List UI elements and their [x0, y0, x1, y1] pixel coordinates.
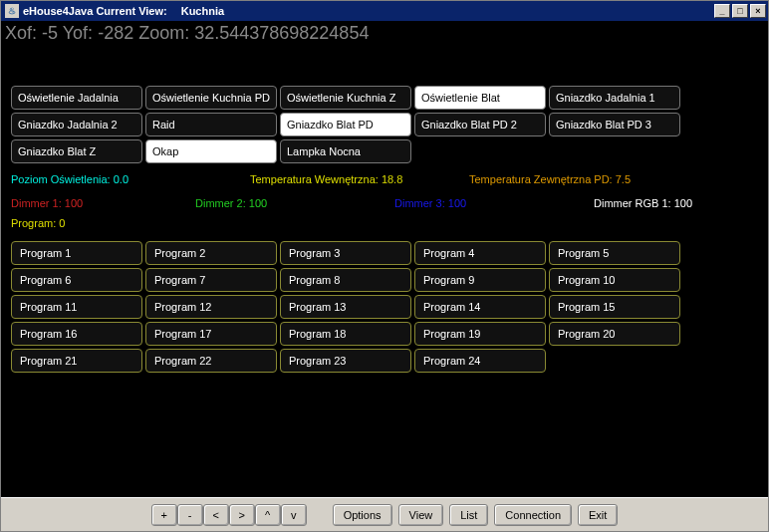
program-button[interactable]: Program 14: [414, 295, 546, 319]
exit-button[interactable]: Exit: [578, 504, 618, 526]
dimmer-2: Dimmer 2: 100: [195, 197, 394, 209]
device-button[interactable]: Okap: [145, 139, 277, 163]
program-button[interactable]: Program 12: [145, 295, 277, 319]
program-button[interactable]: Program 16: [11, 322, 142, 346]
list-button[interactable]: List: [449, 504, 488, 526]
program-button[interactable]: Program 18: [280, 322, 411, 346]
title-view-name: Kuchnia: [181, 5, 224, 17]
program-button[interactable]: Program 11: [11, 295, 142, 319]
program-button[interactable]: Program 2: [145, 241, 277, 265]
device-button[interactable]: Oświetlenie Blat: [414, 86, 546, 110]
program-button[interactable]: Program 8: [280, 268, 411, 292]
device-button[interactable]: Gniazdko Jadalnia 1: [549, 86, 680, 110]
program-button[interactable]: Program 17: [145, 322, 277, 346]
nav-button[interactable]: <: [203, 504, 229, 526]
device-button[interactable]: Oświetlenie Kuchnia Z: [280, 86, 411, 110]
maximize-button[interactable]: □: [732, 4, 748, 18]
light-level: Poziom Oświetlenia: 0.0: [11, 173, 250, 185]
device-button[interactable]: Lampka Nocna: [280, 139, 411, 163]
device-button[interactable]: Gniazdko Blat PD 3: [549, 113, 680, 136]
device-button[interactable]: Raid: [145, 113, 277, 136]
program-button[interactable]: Program 3: [280, 241, 411, 265]
connection-button[interactable]: Connection: [494, 504, 572, 526]
device-grid: Oświetlenie JadalniaOświetlenie Kuchnia …: [1, 56, 768, 169]
dimmer-1: Dimmer 1: 100: [11, 197, 195, 209]
program-button[interactable]: Program 21: [11, 349, 142, 373]
coordinates-readout: Xof: -5 Yof: -282 Zoom: 32.5443786982248…: [1, 21, 768, 56]
view-button[interactable]: View: [398, 504, 444, 526]
device-button[interactable]: Gniazdko Jadalnia 2: [11, 113, 142, 136]
options-button[interactable]: Options: [333, 504, 392, 526]
program-button[interactable]: Program 7: [145, 268, 277, 292]
nav-button[interactable]: +: [151, 504, 177, 526]
program-current: Program: 0: [1, 213, 768, 235]
program-button[interactable]: Program 4: [414, 241, 546, 265]
dimmer-3: Dimmer 3: 100: [394, 197, 594, 209]
device-button[interactable]: Oświetlenie Kuchnia PD: [145, 86, 277, 110]
close-button[interactable]: ×: [750, 4, 766, 18]
minimize-button[interactable]: _: [714, 4, 730, 18]
bottom-toolbar: +-<>^v OptionsViewListConnectionExit: [1, 497, 768, 531]
temp-internal: Temperatura Wewnętrzna: 18.8: [250, 173, 469, 185]
status-row-dimmers: Dimmer 1: 100 Dimmer 2: 100 Dimmer 3: 10…: [1, 189, 768, 213]
java-icon: ♨: [5, 4, 19, 18]
nav-button[interactable]: >: [229, 504, 255, 526]
device-button[interactable]: Gniazdko Blat Z: [11, 139, 142, 163]
temp-external: Temperatura Zewnętrzna PD: 7.5: [469, 173, 631, 185]
program-button[interactable]: Program 6: [11, 268, 142, 292]
program-button[interactable]: Program 13: [280, 295, 411, 319]
nav-button[interactable]: ^: [255, 504, 281, 526]
device-button[interactable]: Oświetlenie Jadalnia: [11, 86, 142, 110]
program-button[interactable]: Program 1: [11, 241, 142, 265]
program-grid: Program 1Program 2Program 3Program 4Prog…: [1, 235, 768, 379]
nav-button[interactable]: -: [177, 504, 203, 526]
nav-button[interactable]: v: [281, 504, 307, 526]
program-button[interactable]: Program 20: [549, 322, 680, 346]
device-button[interactable]: Gniazdko Blat PD: [280, 113, 411, 136]
program-button[interactable]: Program 22: [145, 349, 277, 373]
program-button[interactable]: Program 10: [549, 268, 680, 292]
content-area: Xof: -5 Yof: -282 Zoom: 32.5443786982248…: [1, 21, 768, 497]
program-button[interactable]: Program 23: [280, 349, 411, 373]
program-button[interactable]: Program 15: [549, 295, 680, 319]
program-button[interactable]: Program 19: [414, 322, 546, 346]
title-prefix: eHouse4Java Current View:: [23, 5, 167, 17]
program-button[interactable]: Program 9: [414, 268, 546, 292]
status-row-sensors: Poziom Oświetlenia: 0.0 Temperatura Wewn…: [1, 169, 768, 189]
titlebar: ♨ eHouse4Java Current View: Kuchnia _ □ …: [1, 1, 768, 21]
program-button[interactable]: Program 5: [549, 241, 680, 265]
device-button[interactable]: Gniazdko Blat PD 2: [414, 113, 546, 136]
program-button[interactable]: Program 24: [414, 349, 546, 373]
app-window: ♨ eHouse4Java Current View: Kuchnia _ □ …: [0, 0, 769, 532]
dimmer-rgb: Dimmer RGB 1: 100: [594, 197, 692, 209]
